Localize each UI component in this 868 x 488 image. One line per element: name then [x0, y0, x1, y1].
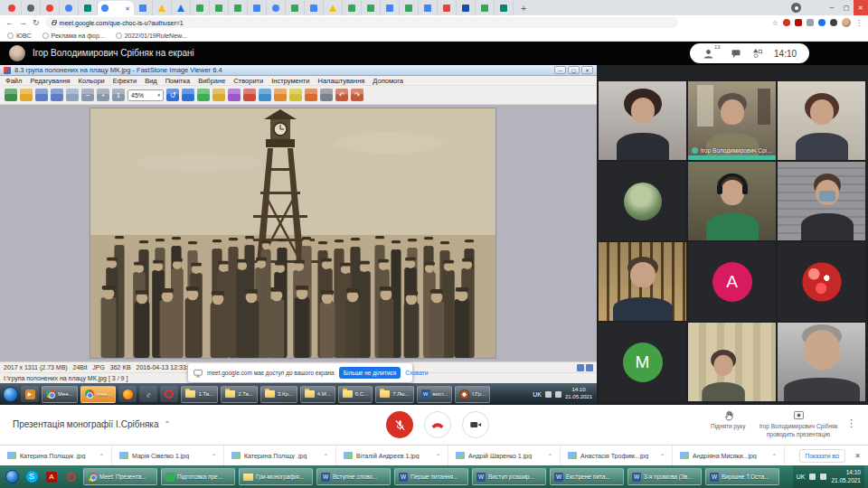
browser-tab[interactable] — [210, 1, 229, 15]
browser-tab[interactable] — [381, 1, 400, 15]
download-item[interactable]: Марія Сівелко 1.jpg⌃ — [112, 446, 224, 465]
browser-tab[interactable] — [60, 1, 79, 15]
tool-save-as-icon[interactable] — [51, 89, 63, 101]
shared-task-folder[interactable]: 1.Та... — [181, 386, 218, 403]
hide-notification-button[interactable]: Сховати — [405, 370, 428, 376]
bookmark-item[interactable]: 2022/01/19RuleNew... — [116, 33, 187, 39]
new-tab-button[interactable]: + — [514, 3, 533, 14]
skype-task[interactable]: S — [24, 469, 40, 485]
browser-profile-icon[interactable] — [791, 3, 801, 13]
host-task-button[interactable]: Підготовка пре... — [161, 468, 235, 485]
internet-explorer-task[interactable]: e — [139, 386, 157, 402]
host-task-button[interactable]: W3-я промова (Зв... — [627, 468, 702, 485]
browser-tab[interactable] — [324, 1, 343, 15]
shared-task-eye[interactable]: І.Гр... — [455, 386, 490, 403]
browser-tab[interactable] — [438, 1, 457, 15]
menu-item[interactable]: Інструменти — [271, 77, 309, 85]
zoom-level-select[interactable]: 45%▾ — [127, 89, 164, 101]
participant-tile[interactable] — [778, 81, 865, 160]
browser-tab[interactable] — [229, 1, 248, 15]
chevron-up-icon[interactable]: ⌃ — [660, 453, 665, 459]
host-start-button[interactable] — [4, 469, 20, 485]
browser-tab[interactable] — [248, 1, 267, 15]
camera-toggle-button[interactable] — [462, 411, 489, 438]
tool-effects-icon[interactable] — [228, 89, 241, 101]
tray-icon[interactable] — [545, 391, 552, 398]
opera-task[interactable] — [63, 469, 80, 485]
profile-avatar[interactable] — [842, 18, 851, 27]
browser-tab[interactable] — [400, 1, 419, 15]
close-downloads-bar-button[interactable]: ✕ — [854, 452, 861, 460]
tool-compare-icon[interactable] — [259, 89, 271, 101]
browser-tab[interactable] — [362, 1, 381, 15]
bookmark-item[interactable]: Реклама на фор... — [42, 33, 105, 39]
browser-tab[interactable] — [267, 1, 286, 15]
browser-tab[interactable] — [79, 1, 98, 15]
host-task-button[interactable]: WВирішне Т.Оста... — [705, 468, 779, 485]
tool-tag-icon[interactable] — [289, 89, 302, 101]
extension-icon[interactable] — [807, 19, 814, 26]
leave-call-button[interactable] — [424, 411, 451, 438]
tool-settings-icon[interactable] — [320, 89, 333, 101]
tool-capture-icon[interactable] — [305, 89, 317, 101]
active-tab[interactable]: ✕ — [98, 1, 134, 15]
window-close-button[interactable]: ✕ — [854, 0, 868, 15]
tool-zoom-in-icon[interactable]: + — [97, 89, 109, 101]
tool-adjust-colors-icon[interactable] — [212, 89, 225, 101]
host-task-button[interactable]: WВиступ розшир... — [472, 468, 546, 485]
menu-item[interactable]: Кольори — [79, 77, 105, 85]
forward-icon[interactable]: → — [19, 19, 27, 27]
back-icon[interactable]: ← — [5, 19, 14, 27]
meeting-title-button[interactable]: Презентація монографії І.Срібняка ⌃ — [13, 419, 170, 429]
menu-item[interactable]: Редагування — [30, 77, 70, 85]
participant-tile[interactable] — [778, 242, 865, 321]
host-task-button[interactable]: WВступне слово... — [316, 468, 391, 485]
tool-open-folder-icon[interactable] — [20, 89, 33, 101]
browser-tab[interactable] — [3, 1, 22, 15]
more-options-button[interactable]: ⋮ — [846, 418, 856, 429]
chevron-up-icon[interactable]: ⌃ — [772, 453, 777, 459]
shared-task-folder[interactable]: 6.С... — [338, 386, 373, 403]
extension-icon[interactable] — [830, 19, 837, 26]
browser-tab[interactable] — [41, 1, 60, 15]
browser-tab[interactable] — [476, 1, 495, 15]
chat-button[interactable] — [731, 48, 741, 59]
shared-start-button[interactable] — [3, 387, 18, 402]
participant-tile[interactable] — [778, 162, 865, 240]
download-item[interactable]: Катерина Поліщу .jpg⌃ — [224, 446, 336, 465]
menu-item[interactable]: Файл — [5, 77, 22, 85]
tool-copy-icon[interactable] — [66, 89, 79, 101]
shared-task-folder[interactable]: 4.М... — [300, 386, 335, 403]
participant-tile[interactable] — [688, 323, 776, 401]
download-item[interactable]: Андрій Шаренко 1.jpg⌃ — [448, 446, 561, 465]
download-item[interactable]: Андріяна Мисяки...jpg⌃ — [673, 446, 785, 465]
browser-tab[interactable] — [191, 1, 210, 15]
menu-item[interactable]: Налаштування — [318, 77, 365, 85]
browser-tab[interactable] — [343, 1, 362, 15]
tool-redo-icon[interactable]: ↷ — [351, 89, 363, 101]
tray-icon[interactable] — [809, 474, 816, 480]
chrome-task-active[interactable]: mee... — [80, 386, 117, 403]
browser-tab[interactable] — [172, 1, 191, 15]
bookmark-item[interactable]: ЮВС — [7, 33, 32, 39]
reload-icon[interactable]: ↻ — [33, 19, 40, 27]
participant-tile[interactable] — [599, 242, 686, 321]
window-maximize-button[interactable]: ▢ — [839, 0, 854, 15]
host-task-button[interactable]: Meet: Презента... — [83, 468, 157, 485]
tray-icon[interactable] — [820, 474, 826, 480]
participant-tile[interactable]: A — [688, 242, 776, 321]
participant-tile-active-speaker[interactable]: Ігор Володимирович Срібняк — [688, 81, 776, 160]
browser-tab[interactable] — [305, 1, 324, 15]
chrome-task[interactable]: Мее... — [42, 386, 78, 403]
browser-tab[interactable] — [153, 1, 172, 15]
download-item[interactable]: Віталій Андреєв 1.jpg⌃ — [336, 446, 448, 465]
menu-item[interactable]: Допомога — [373, 77, 403, 85]
extension-icon[interactable] — [818, 19, 826, 26]
mic-toggle-button[interactable] — [386, 411, 413, 438]
browser-menu-icon[interactable]: ⋮ — [855, 19, 863, 27]
host-task-button[interactable]: WПерше питання... — [394, 468, 468, 485]
participant-tile[interactable] — [599, 81, 686, 160]
chevron-up-icon[interactable]: ⌃ — [548, 453, 552, 459]
shared-task-folder[interactable]: 7.Лю... — [375, 386, 413, 403]
extension-icon[interactable] — [783, 19, 790, 26]
